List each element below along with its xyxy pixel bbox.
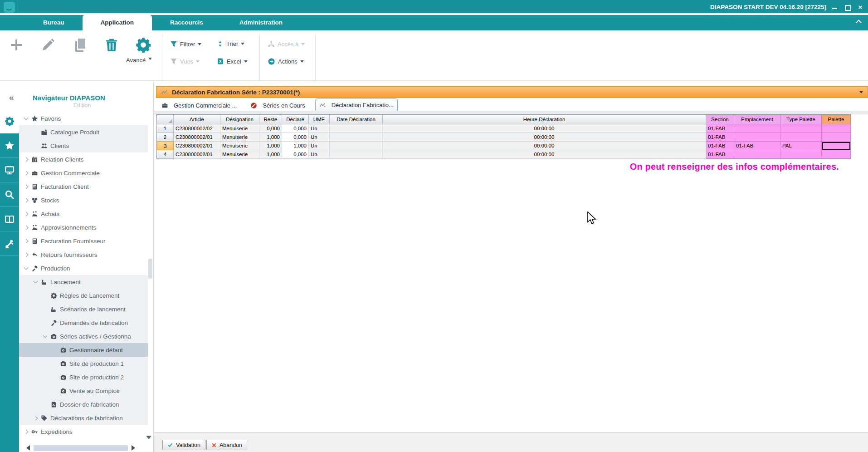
- rail-item-monitor[interactable]: [0, 158, 19, 182]
- chevron-collapsed-icon[interactable]: [24, 171, 29, 175]
- cell-d-clar[interactable]: 1,000: [282, 142, 309, 150]
- cell-section[interactable]: 01-FAB: [706, 150, 734, 159]
- nav-item-r-gles-de-lancement[interactable]: Règles de Lancement: [19, 289, 148, 302]
- cell-type-palette[interactable]: [780, 124, 822, 133]
- cell-heure-d-claration[interactable]: 00:00:00: [383, 133, 706, 142]
- rail-item-gear[interactable]: [0, 109, 19, 133]
- minimize-button[interactable]: [832, 4, 838, 10]
- nav-item-facturation-client[interactable]: Facturation Client: [19, 180, 148, 193]
- column-header-type-palette[interactable]: Type Palette: [780, 115, 822, 124]
- cell-emplacement[interactable]: 01-FAB: [734, 142, 780, 150]
- cell-reste[interactable]: 0,000: [259, 124, 282, 133]
- rail-item-robot-arm[interactable]: [0, 231, 19, 256]
- chevron-collapsed-icon[interactable]: [24, 184, 29, 189]
- access-button[interactable]: Accès à: [268, 40, 305, 48]
- column-header-article[interactable]: Article: [174, 115, 220, 124]
- nav-item-lancement[interactable]: Lancement: [19, 275, 148, 289]
- nav-item-gestionnaire-d-faut[interactable]: Gestionnaire défaut: [19, 343, 148, 357]
- nav-item-stocks[interactable]: Stocks: [19, 193, 148, 207]
- column-header-ume[interactable]: UME: [309, 115, 330, 124]
- column-header-date-d-claration[interactable]: Date Déclaration: [330, 115, 383, 124]
- actions-button[interactable]: Actions: [268, 58, 304, 65]
- column-header-reste[interactable]: Reste: [259, 115, 282, 124]
- chevron-expanded-icon[interactable]: [24, 116, 29, 120]
- nav-item-demandes-de-fabrication[interactable]: Demandes de fabrication: [19, 316, 148, 329]
- doc-tab-gestion-commerciale[interactable]: Gestion Commerciale ...: [158, 100, 240, 111]
- cell-section[interactable]: 01-FAB: [706, 133, 734, 142]
- row-number-cell[interactable]: 1: [157, 124, 174, 133]
- cell-emplacement[interactable]: [734, 150, 780, 159]
- nav-item-gestion-commerciale[interactable]: Gestion Commerciale: [19, 166, 148, 180]
- nav-item-exp-ditions[interactable]: Expéditions: [19, 425, 148, 438]
- nav-item-retours-fournisseurs[interactable]: Retours fournisseurs: [19, 248, 148, 261]
- cell-article[interactable]: C230800002/01: [174, 142, 220, 150]
- cell-reste[interactable]: 1,000: [259, 133, 282, 142]
- column-header-rownum[interactable]: [157, 115, 174, 124]
- cell-d-clar[interactable]: 0,000: [282, 150, 309, 159]
- tree-vscroll-thumb[interactable]: [148, 259, 152, 279]
- cell-article[interactable]: C230800002/01: [174, 150, 220, 159]
- cell-d-signation[interactable]: Menuiserie: [220, 142, 259, 150]
- column-header-palette[interactable]: Palette: [822, 115, 851, 124]
- column-header-section[interactable]: Section: [706, 115, 734, 124]
- cell-date-d-claration[interactable]: [330, 124, 383, 133]
- doc-tab-d-claration-fabricatio[interactable]: Déclaration Fabricatio...: [315, 98, 398, 111]
- column-header-d-clar[interactable]: Déclaré: [282, 115, 309, 124]
- nav-item-favoris[interactable]: Favoris: [19, 112, 148, 125]
- row-number-cell[interactable]: 4: [157, 150, 174, 159]
- chevron-expanded-icon[interactable]: [34, 279, 38, 284]
- chevron-collapsed-icon[interactable]: [24, 198, 29, 202]
- cell-emplacement[interactable]: [734, 133, 780, 142]
- column-header-emplacement[interactable]: Emplacement: [734, 115, 780, 124]
- nav-item-conditionnements[interactable]: Conditionnements: [19, 438, 148, 442]
- navigator-collapse-button[interactable]: «: [9, 93, 14, 103]
- excel-button[interactable]: Excel: [217, 58, 248, 65]
- cell-reste[interactable]: 1,000: [259, 142, 282, 150]
- cell-d-signation[interactable]: Menuiserie: [220, 133, 259, 142]
- tree-scroll-down-arrow[interactable]: [146, 436, 151, 439]
- document-header-dropdown-icon[interactable]: [859, 91, 863, 93]
- advanced-gear-button[interactable]: [134, 36, 152, 54]
- column-header-d-signation[interactable]: Désignation: [220, 115, 259, 124]
- chevron-collapsed-icon[interactable]: [24, 239, 29, 243]
- nav-item-vente-au-comptoir[interactable]: Vente au Comptoir: [19, 384, 148, 398]
- nav-item-catalogue-produit[interactable]: Catalogue Produit: [19, 125, 148, 139]
- cell-d-clar[interactable]: 0,000: [282, 124, 309, 133]
- cell-ume[interactable]: Un: [309, 133, 330, 142]
- cell-ume[interactable]: Un: [309, 124, 330, 133]
- chevron-collapsed-icon[interactable]: [34, 416, 38, 420]
- chevron-collapsed-icon[interactable]: [24, 252, 29, 257]
- rail-item-search[interactable]: [0, 182, 19, 207]
- cell-type-palette[interactable]: PAL: [780, 142, 822, 150]
- cell-palette[interactable]: [822, 124, 851, 133]
- nav-item-dossier-de-fabrication[interactable]: Dossier de fabrication: [19, 398, 148, 411]
- doc-tab-s-ries-en-cours[interactable]: Séries en Cours: [247, 100, 308, 111]
- ribbon-tab-bureau[interactable]: Bureau: [25, 15, 83, 30]
- nav-item-facturation-fournisseur[interactable]: Facturation Fournisseur: [19, 234, 148, 248]
- ribbon-collapse-icon[interactable]: [856, 20, 862, 25]
- cell-date-d-claration[interactable]: [330, 142, 383, 150]
- nav-item-clients[interactable]: Clients: [19, 139, 148, 152]
- ribbon-tab-raccourcis[interactable]: Raccourcis: [152, 15, 221, 30]
- cell-ume[interactable]: Un: [309, 150, 330, 159]
- rail-item-star[interactable]: [0, 133, 19, 158]
- cell-d-clar[interactable]: 0,000: [282, 133, 309, 142]
- sort-button[interactable]: Trier: [217, 40, 244, 47]
- cell-palette[interactable]: [822, 150, 851, 159]
- chevron-collapsed-icon[interactable]: [24, 225, 29, 230]
- abandon-button[interactable]: Abandon: [206, 440, 247, 450]
- chevron-collapsed-icon[interactable]: [24, 429, 29, 434]
- chevron-collapsed-icon[interactable]: [24, 157, 29, 162]
- validation-button[interactable]: Validation: [162, 440, 205, 450]
- cell-ume[interactable]: Un: [309, 142, 330, 150]
- maximize-button[interactable]: [844, 4, 851, 10]
- cell-section[interactable]: 01-FAB: [706, 124, 734, 133]
- nav-item-site-de-production-1[interactable]: Site de production 1: [19, 357, 148, 370]
- copy-button[interactable]: [71, 36, 89, 54]
- nav-item-achats[interactable]: Achats: [19, 207, 148, 221]
- splitter-bar[interactable]: [154, 111, 868, 114]
- column-header-heure-d-claration[interactable]: Heure Déclaration: [383, 115, 706, 124]
- nav-item-relation-clients[interactable]: Relation Clients: [19, 152, 148, 166]
- chevron-collapsed-icon[interactable]: [24, 211, 29, 216]
- cell-article[interactable]: C230800002/02: [174, 124, 220, 133]
